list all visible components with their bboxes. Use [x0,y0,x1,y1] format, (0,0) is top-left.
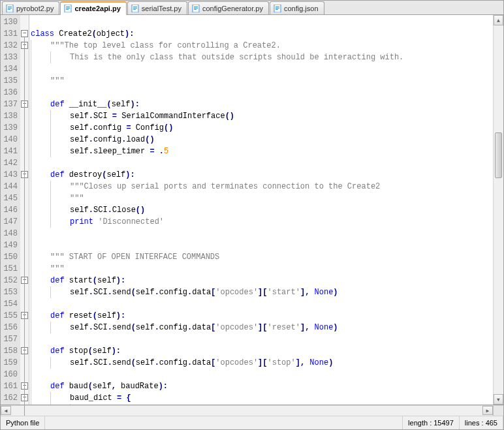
code-line[interactable] [29,369,493,380]
tab-configGenerator-py[interactable]: configGenerator.py [188,1,269,14]
code-line[interactable] [29,16,493,28]
code-line[interactable]: 300:0 [29,404,493,405]
code-line[interactable] [29,87,493,99]
fold-margin: −−−−−−−−− [20,15,29,405]
code-line[interactable]: self.SCI = SerialCommandInterface() [29,110,493,122]
scroll-left-button[interactable]: ◀ [1,406,11,415]
token-op: ( [88,346,93,356]
token-kw: class [31,29,59,38]
token-ident: self [136,323,155,332]
token-op: . [89,358,93,367]
indent-guide [31,263,31,275]
indent-guide [50,122,51,134]
vertical-scroll-thumb[interactable] [495,132,502,178]
code-line[interactable] [29,333,493,345]
editor-area: 1301311321331341351361371381391401411421… [1,15,503,405]
code-line[interactable]: def destroy(self): [29,169,493,181]
tab-create2api-py[interactable]: create2api.py [60,1,126,15]
token-op: ( [93,311,97,320]
code-line[interactable]: """ [29,263,493,275]
indent-guide [31,286,31,298]
token-op: ( [131,288,136,297]
code-line[interactable]: def baud(self, baudRate): [29,380,493,392]
code-line[interactable]: """ [29,75,493,87]
code-line[interactable]: self.SCI.send(self.config.data['opcodes'… [29,322,493,333]
code-line[interactable]: self.SCI.send(self.config.data['opcodes'… [29,357,493,369]
code-line[interactable]: def reset(self): [29,310,493,322]
indent-guide [31,181,31,192]
token-ident: self [93,382,112,391]
code-line[interactable]: def stop(self): [29,345,493,357]
code-line[interactable]: self.sleep_timer = .5 [29,146,493,157]
token-op: ][ [258,323,267,332]
code-line[interactable]: self.config.load() [29,134,493,146]
token-ident: send [112,358,131,367]
indent-guide [31,333,31,345]
code-viewport[interactable]: class Create2(object):"""The top level c… [29,15,493,405]
code-line[interactable]: """The top level class for controlling a… [29,40,493,52]
tab-config-json[interactable]: config.json [270,1,324,14]
line-number: 135 [1,75,20,87]
line-number: 133 [1,52,20,63]
code-line[interactable]: self.SCI.Close() [29,204,493,216]
code-line[interactable]: def start(self): [29,275,493,286]
code-line[interactable]: """Closes up serial ports and terminates… [29,181,493,192]
vertical-scrollbar[interactable]: ▲ ▼ [493,15,503,405]
token-ident: SCI [93,112,112,121]
indent-guide [31,192,31,204]
scroll-down-button[interactable]: ▼ [494,394,503,405]
code-line[interactable]: class Create2(object): [29,28,493,40]
indent-guide [50,322,51,333]
horizontal-scrollbar[interactable]: ◀ ▶ [1,405,503,416]
line-number: 154 [1,298,20,310]
svg-rect-19 [276,9,278,10]
token-ident: self [70,147,89,156]
indent-guide [31,204,31,216]
tab-serialTest-py[interactable]: serialTest.py [127,1,187,14]
indent-guide [31,345,31,357]
code-line[interactable]: def __init__(self): [29,99,493,110]
token-op: . [89,112,93,121]
tab-label: pyrobot2.py [16,5,54,12]
svg-rect-6 [66,8,70,8]
svg-rect-15 [194,9,197,10]
token-ident: SCI [93,288,108,297]
indent-guide [31,63,31,75]
code-line[interactable] [29,298,493,310]
token-ident: sleep_timer [93,147,150,156]
indent-guide [31,239,31,251]
code-line[interactable]: self.config = Config() [29,122,493,134]
token-str: 'opcodes' [215,288,258,297]
line-number: 130 [1,16,20,28]
line-number: 141 [1,146,20,157]
tab-pyrobot2-py[interactable]: pyrobot2.py [2,1,59,14]
indent-guide [31,169,31,181]
token-op: ): [116,311,125,320]
fold-toggle[interactable]: − [21,30,28,37]
code-line[interactable]: This is the only class that outside scri… [29,52,493,63]
scroll-right-button[interactable]: ▶ [482,406,493,415]
code-line[interactable]: self.SCI.send(self.config.data['opcodes'… [29,286,493,298]
token-str: """ [50,76,65,85]
token-ident: self [70,288,89,297]
code-line[interactable] [29,239,493,251]
token-str: """ [50,264,65,273]
token-op: . [89,206,93,215]
token-op: () [164,123,173,132]
indent-guide [31,99,31,110]
indent-guide [50,392,51,404]
token-ident: data [192,323,211,332]
indent-guide [31,228,31,239]
code-line[interactable]: baud_dict = { [29,392,493,404]
scroll-up-button[interactable]: ▲ [494,15,503,25]
code-line[interactable] [29,63,493,75]
code-line[interactable] [29,228,493,239]
svg-rect-1 [8,7,12,7]
code-line[interactable]: """ START OF OPEN INTERFACE COMMANDS [29,251,493,263]
code-line[interactable]: """ [29,192,493,204]
code-line[interactable] [29,157,493,169]
token-op: = { [117,393,131,403]
indent-guide [31,310,31,322]
line-number: 156 [1,322,20,333]
code-line[interactable]: print 'Disconnected' [29,216,493,228]
